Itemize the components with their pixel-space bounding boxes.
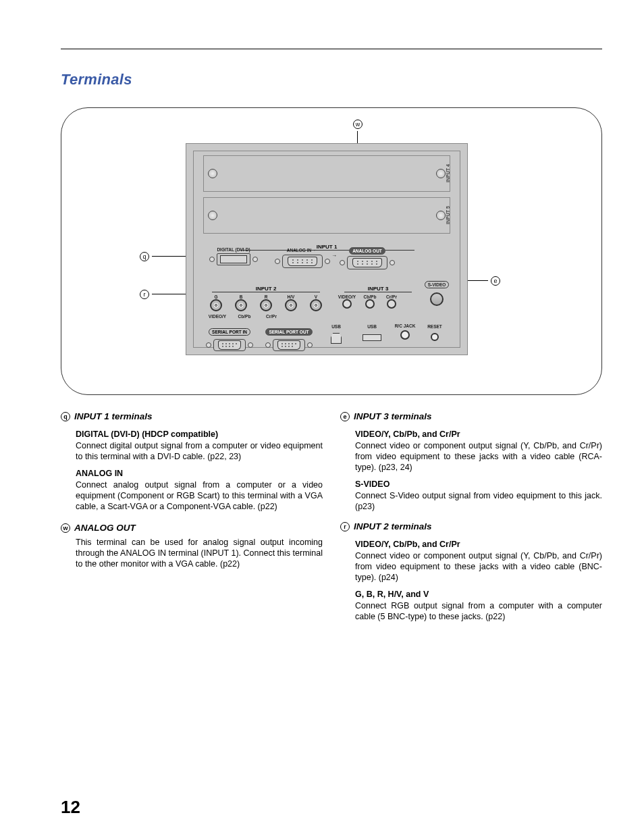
bnc-g xyxy=(210,299,222,311)
arrow-out-icon: → xyxy=(331,253,337,259)
screw-icon xyxy=(390,260,395,265)
rca-videoy xyxy=(342,299,352,309)
row-input-1: INPUT 1 DIGITAL (DVI-D) xyxy=(203,239,450,278)
callout-2-num: w xyxy=(353,120,363,129)
callout-2: w xyxy=(353,119,363,129)
screw-icon xyxy=(208,211,217,220)
section-4-num: r xyxy=(340,522,350,531)
item-i3-videoy: VIDEO/Y, Cb/Pb, and Cr/Pr Connect video … xyxy=(355,429,602,473)
callout-3-num: e xyxy=(491,276,500,286)
sublbl-cbpb: Cb/Pb xyxy=(234,314,254,319)
lbl-g: G xyxy=(206,294,226,299)
slot-4-label: INPUT 4 xyxy=(446,156,454,191)
item-analog-in: ANALOG IN Connect analog output signal f… xyxy=(76,469,323,512)
item-i2-videoy-body: Connect video or component output signal… xyxy=(355,550,602,583)
lbl-serial-out: SERIAL PORT OUT xyxy=(265,328,312,336)
lbl-v: V xyxy=(306,294,326,299)
screw-icon xyxy=(206,342,211,348)
section-3-head: e INPUT 3 terminals xyxy=(340,411,602,421)
input3-group-label: INPUT 3 xyxy=(344,286,412,292)
bnc-b xyxy=(235,299,247,311)
section-4-title: INPUT 2 terminals xyxy=(354,521,432,531)
item-i3-svideo: S-VIDEO Connect S-Video output signal fr… xyxy=(355,479,602,512)
lbl-svideo: S-VIDEO xyxy=(425,281,450,288)
screw-icon xyxy=(436,169,446,178)
item-i2-gbr-label: G, B, R, H/V, and V xyxy=(355,590,602,599)
item-digital-label: DIGITAL (DVI-D) (HDCP compatible) xyxy=(76,429,323,439)
sublbl-videoy: VIDEO/Y xyxy=(207,314,227,319)
port-svideo xyxy=(430,292,444,306)
bnc-r xyxy=(260,299,272,311)
section-4-head: r INPUT 2 terminals xyxy=(340,521,602,531)
slot-input-4: INPUT 4 xyxy=(203,155,450,192)
section-2-title: ANALOG OUT xyxy=(74,523,136,533)
section-1-num: q xyxy=(61,412,70,421)
item-i3-svideo-label: S-VIDEO xyxy=(355,479,602,489)
screw-icon xyxy=(248,342,253,348)
port-analog-in xyxy=(282,255,323,268)
section-2-head: w ANALOG OUT xyxy=(61,523,323,533)
lbl-serial-in: SERIAL PORT IN xyxy=(209,328,250,336)
lbl-usb-a: USB xyxy=(357,324,387,329)
port-reset xyxy=(431,333,439,341)
slot-input-5: INPUT 5 xyxy=(203,197,450,234)
screw-icon xyxy=(208,169,217,178)
item-digital-dvid: DIGITAL (DVI-D) (HDCP compatible) Connec… xyxy=(76,429,323,462)
page-title: Terminals xyxy=(61,71,602,88)
bnc-hv xyxy=(285,299,297,311)
lbl-hv: H/V xyxy=(281,294,301,299)
rear-panel: INPUT 4 INPUT 5 INPUT 1 DIGITAL (DVI-D) xyxy=(186,143,468,355)
section-1-head: q INPUT 1 terminals xyxy=(61,411,323,421)
item-analogin-label: ANALOG IN xyxy=(76,469,323,478)
item-i3-videoy-label: VIDEO/Y, Cb/Pb, and Cr/Pr xyxy=(355,429,602,439)
item-analogout-body: This terminal can be used for analog sig… xyxy=(76,537,323,569)
rear-panel-inner: INPUT 4 INPUT 5 INPUT 1 DIGITAL (DVI-D) xyxy=(193,151,460,348)
terminals-diagram: w q r e INPUT 4 INPUT 5 xyxy=(61,107,602,395)
item-i3-svideo-body: Connect S-Video output signal from video… xyxy=(355,490,602,512)
callout-4: r xyxy=(140,289,149,299)
row-bottom: SERIAL PORT IN SERIAL PORT OUT xyxy=(203,324,450,354)
label-digital-dvid: DIGITAL (DVI-D) xyxy=(203,247,264,252)
lbl-rc-jack: R/C JACK xyxy=(394,324,417,329)
lbl-i3-videoy: VIDEO/Y xyxy=(337,294,357,299)
label-analog-out: ANALOG OUT xyxy=(349,247,385,255)
port-usb-a xyxy=(363,334,381,341)
screw-icon xyxy=(275,259,280,264)
port-serial-out xyxy=(273,339,305,351)
callout-1: q xyxy=(140,251,149,261)
screw-icon xyxy=(325,259,330,264)
row-input-2-3: INPUT 2 G B R H/V V VIDEO/Y Cb/Pb Cr/Pr xyxy=(203,281,450,321)
port-serial-in xyxy=(213,339,246,351)
screw-icon xyxy=(436,211,446,220)
lbl-rc-jack-text: R/C JACK xyxy=(395,323,416,328)
item-i2-gbr-body: Connect RGB output signal from a compute… xyxy=(355,600,602,622)
section-1-title: INPUT 1 terminals xyxy=(74,411,153,421)
top-rule xyxy=(61,49,602,49)
lbl-i3-crpr: Cr/Pr xyxy=(383,294,400,299)
screw-icon xyxy=(265,342,271,348)
item-i2-videoy: VIDEO/Y, Cb/Pb, and Cr/Pr Connect video … xyxy=(355,540,602,583)
slot-5-label: INPUT 5 xyxy=(446,198,454,233)
section-2-num: w xyxy=(61,523,70,533)
left-column: q INPUT 1 terminals DIGITAL (DVI-D) (HDC… xyxy=(61,411,323,629)
lbl-i3-cbpb: Cb/Pb xyxy=(361,294,379,299)
callout-3: e xyxy=(491,276,500,286)
arrow-in-icon: ← xyxy=(313,247,318,253)
page-number: 12 xyxy=(61,797,80,818)
rca-crpr xyxy=(387,299,396,309)
item-analog-out: This terminal can be used for analog sig… xyxy=(76,537,323,569)
page-content: Terminals w q r e INPUT 4 INPUT xyxy=(61,71,602,629)
item-analogin-body: Connect analog output signal from a comp… xyxy=(76,479,323,512)
label-analog-in: ANALOG IN xyxy=(287,248,311,253)
callout-4-num: r xyxy=(140,290,149,299)
callout-1-num: q xyxy=(140,252,149,261)
section-3-title: INPUT 3 terminals xyxy=(354,411,432,421)
sublbl-crpr: Cr/Pr xyxy=(261,314,281,319)
section-3-num: e xyxy=(340,412,350,421)
item-i3-videoy-body: Connect video or component output signal… xyxy=(355,440,602,473)
rca-cbpb xyxy=(365,299,375,309)
lbl-reset: RESET xyxy=(423,324,446,329)
item-i2-videoy-label: VIDEO/Y, Cb/Pb, and Cr/Pr xyxy=(355,540,602,549)
port-dvi-d xyxy=(217,253,250,265)
screw-icon xyxy=(209,257,215,262)
